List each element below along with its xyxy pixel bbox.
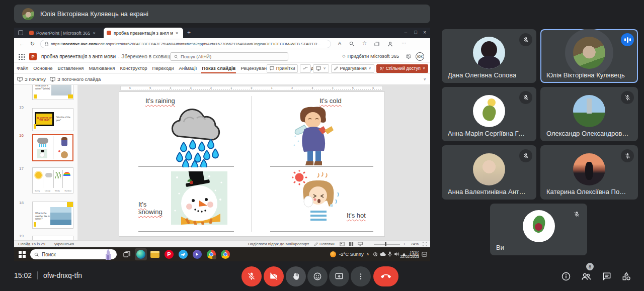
label-its-raining[interactable]: It's raining [145, 97, 175, 105]
from-current-button[interactable]: З поточного слайда [50, 76, 101, 82]
tray-sync-icon[interactable] [373, 252, 378, 257]
tab-slideshow[interactable]: Показ слайдів [199, 63, 238, 73]
edge-icon[interactable] [135, 248, 147, 260]
tab-transitions[interactable]: Переходи [150, 63, 177, 73]
clock-tray[interactable]: 15:02 22.02.2023 [400, 250, 419, 259]
notes-toggle[interactable]: Нотатки [314, 242, 335, 246]
gear-icon[interactable] [405, 53, 411, 60]
zoom-slider[interactable] [374, 244, 400, 245]
thumb-slide-18[interactable]: What is the weather like in winter? [32, 202, 73, 229]
comments-button[interactable]: Примітки [267, 64, 298, 73]
browser-menu-icon[interactable]: ⋯ [401, 40, 407, 46]
more-options-button[interactable] [351, 266, 371, 286]
participant-tile[interactable]: Анна Валентинівна Антипо... [442, 145, 536, 200]
slideshow-view-icon[interactable] [358, 242, 363, 246]
tab-draw[interactable]: Малювання [87, 63, 118, 73]
screen-share[interactable]: PowerPoint | Microsoft 365 × пробна през… [14, 28, 430, 261]
grid-view-icon[interactable] [349, 242, 354, 246]
self-tile[interactable]: Ви [490, 204, 587, 255]
present-now-button[interactable] [329, 266, 349, 286]
zoom-in-icon[interactable]: + [403, 242, 406, 246]
weather-icon[interactable] [330, 251, 336, 257]
url-field[interactable]: https://onedrive.live.com/edit.aspx?resi… [40, 40, 331, 48]
slide-canvas[interactable]: It's raining It's cold It's snowing It's… [119, 92, 384, 236]
zoom-icon[interactable] [349, 41, 354, 47]
participant-tile[interactable]: Катерина Олексіївна Попо... [540, 145, 638, 200]
thumb-slide-19[interactable] [32, 236, 73, 240]
tray-mic-icon[interactable] [388, 251, 392, 257]
weather-text[interactable]: -2°C Sunny [339, 251, 364, 257]
participant-tile[interactable]: Дана Олегівна Сопова [442, 29, 536, 83]
chrome-profile-icon[interactable] [205, 248, 217, 260]
chrome-icon[interactable] [219, 248, 231, 260]
maximize-window-icon[interactable]: □ [415, 30, 417, 35]
account-avatar[interactable]: ЮК [416, 52, 424, 61]
app-launcher-icon[interactable] [18, 53, 25, 60]
language-status[interactable]: українська [54, 242, 74, 246]
zoom-out-icon[interactable]: − [369, 242, 371, 246]
buy-microsoft365[interactable]: ◇ Придбати Microsoft 365 [342, 53, 399, 59]
pinterest-icon[interactable]: P [163, 248, 175, 260]
tab-design[interactable]: Конструктор [117, 63, 149, 73]
back-icon[interactable]: ← [19, 41, 25, 47]
telegram-icon[interactable] [177, 248, 189, 260]
powerpoint-logo[interactable]: P [29, 53, 37, 60]
ink-button[interactable] [300, 64, 311, 73]
activities-button[interactable] [620, 270, 632, 282]
browser-tab-active[interactable]: пробна презентація з англ мов × [104, 28, 183, 38]
tray-onedrive-icon[interactable] [380, 252, 386, 256]
thumb-slide-15[interactable]: 12 MONTHS OF THE YEAR “Months of the yea… [32, 108, 73, 131]
normal-view-icon[interactable] [340, 242, 345, 246]
collapse-ribbon-icon[interactable]: ∨ [423, 77, 426, 81]
refresh-icon[interactable]: ↻ [30, 41, 35, 47]
close-window-icon[interactable]: × [423, 30, 426, 35]
participants-button[interactable] [580, 270, 592, 282]
tab-file[interactable]: Файл [14, 63, 31, 73]
movies-tv-icon[interactable] [191, 248, 203, 260]
minimize-window-icon[interactable]: – [404, 30, 407, 35]
end-call-button[interactable] [373, 266, 398, 286]
tab-close-icon[interactable]: × [93, 31, 95, 36]
zoom-level[interactable]: 74% [411, 242, 419, 246]
camera-toggle-button[interactable] [264, 266, 284, 286]
label-its-hot[interactable]: It's hot [347, 212, 366, 219]
meeting-details-button[interactable] [560, 270, 572, 282]
browser-tab-inactive[interactable]: PowerPoint | Microsoft 365 × [26, 28, 103, 38]
participant-tile-speaking[interactable]: Юлія Вікторівна Кулявець [540, 29, 638, 83]
editing-mode-button[interactable]: Редагування ∨ [331, 64, 374, 73]
taskbar-search-input[interactable]: Поиск [30, 249, 117, 259]
favorites-star-icon[interactable]: ☆ [362, 40, 367, 46]
profile-icon[interactable] [387, 41, 393, 48]
new-tab-button[interactable]: + [187, 29, 191, 36]
slide-thumbnail-pane[interactable]: What color is winter? (white) 15 12 MONT… [14, 85, 78, 240]
notification-center-icon[interactable] [422, 252, 427, 257]
from-start-button[interactable]: З початку [17, 76, 46, 82]
participant-tile[interactable]: Анна-Марія Сергіївна Гайд... [442, 87, 536, 141]
fit-slide-icon[interactable] [423, 242, 427, 246]
mic-toggle-button[interactable] [242, 266, 262, 286]
task-view-icon[interactable] [121, 248, 133, 260]
tab-home[interactable]: Основне [31, 63, 55, 73]
thumb-slide-16-selected[interactable] [32, 134, 73, 161]
tray-chevron-icon[interactable]: ∧ [366, 252, 369, 256]
collections-icon[interactable] [374, 42, 379, 47]
label-its-snowing[interactable]: It's snowing [138, 201, 163, 216]
ppt-search-input[interactable]: Пошук (Alt+Й) [170, 52, 288, 61]
read-aloud-icon[interactable]: A [338, 41, 341, 46]
tab-animations[interactable]: Анімації [177, 63, 200, 73]
thumb-slide-17[interactable]: Sunny Cloudy Windy Rainbow [32, 167, 73, 193]
tab-close-icon[interactable]: × [176, 31, 178, 36]
reactions-button[interactable] [307, 266, 328, 286]
share-button[interactable]: Спільний доступ ∨ [376, 64, 428, 73]
raise-hand-button[interactable] [286, 266, 306, 286]
chat-button[interactable] [601, 270, 613, 282]
thumb-slide-14[interactable]: What color is winter? (white) [32, 85, 73, 100]
workspaces-icon[interactable] [18, 30, 23, 35]
feedback-link[interactable]: Надіслати відгук до Майкрософт [248, 242, 309, 246]
start-button[interactable] [16, 248, 28, 260]
tray-speaker-icon[interactable] [394, 252, 399, 256]
participant-tile[interactable]: Олександр Олександрови... [540, 87, 638, 141]
tab-insert[interactable]: Вставлення [55, 63, 87, 73]
present-button[interactable]: ∨ [313, 64, 329, 73]
file-explorer-icon[interactable] [149, 248, 161, 260]
